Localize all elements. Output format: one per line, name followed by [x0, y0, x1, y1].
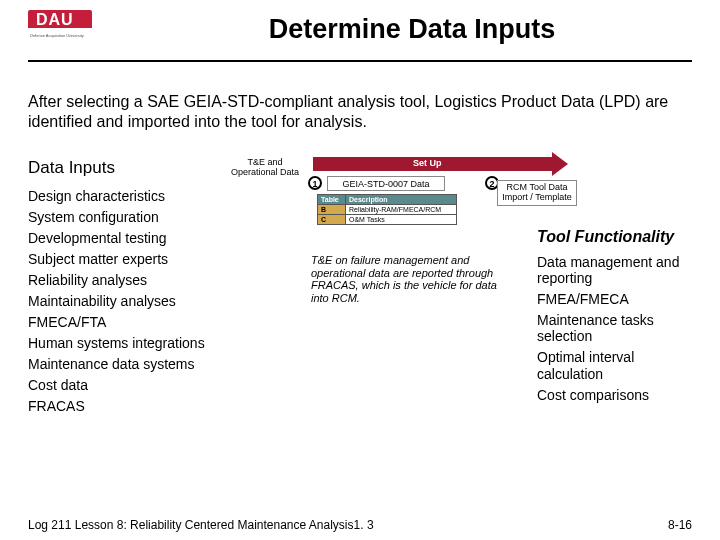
left-column: Data Inputs Design characteristics Syste…: [28, 158, 233, 419]
right-column: Tool Functionality Data management and r…: [537, 228, 692, 419]
diagram-column: T&E and Operational Data Set Up 1 GEIA-S…: [233, 158, 537, 419]
arrow-head-icon: [552, 152, 568, 176]
tool-functionality-list: Data management and reporting FMEA/FMECA…: [537, 254, 692, 403]
slide-page: Determine Data Inputs After selecting a …: [0, 0, 720, 540]
table-row: Table Description: [318, 195, 457, 205]
geia-std-box: GEIA-STD-0007 Data: [327, 176, 445, 191]
list-item: Maintenance tasks selection: [537, 312, 692, 344]
list-item: Optimal interval calculation: [537, 349, 692, 381]
list-item: FMECA/FTA: [28, 314, 233, 330]
header-row: Determine Data Inputs: [28, 10, 692, 60]
table-header-cell: Table: [318, 195, 346, 205]
list-item: Cost comparisons: [537, 387, 692, 403]
list-item: Data management and reporting: [537, 254, 692, 286]
dau-logo: [28, 10, 92, 36]
list-item: Maintenance data systems: [28, 356, 233, 372]
rcm-tool-box: RCM Tool Data Import / Template: [497, 180, 577, 206]
content-row: Data Inputs Design characteristics Syste…: [28, 158, 692, 419]
footer-left: Log 211 Lesson 8: Reliability Centered M…: [28, 518, 374, 532]
intro-paragraph: After selecting a SAE GEIA-STD-compliant…: [28, 92, 692, 132]
list-item: FRACAS: [28, 398, 233, 414]
tool-functionality-heading: Tool Functionality: [537, 228, 692, 246]
diagram-description: T&E on failure management and operationa…: [311, 254, 511, 305]
table-cell: Reliability-RAM/FMECA/RCM: [346, 205, 457, 215]
list-item: System configuration: [28, 209, 233, 225]
table-header-cell: Description: [346, 195, 457, 205]
data-inputs-list: Design characteristics System configurat…: [28, 188, 233, 414]
table-cell: C: [318, 215, 346, 225]
page-title: Determine Data Inputs: [92, 10, 692, 45]
list-item: Design characteristics: [28, 188, 233, 204]
step-1-number: 1: [308, 176, 322, 190]
list-item: Cost data: [28, 377, 233, 393]
footer-right: 8-16: [668, 518, 692, 532]
data-inputs-heading: Data Inputs: [28, 158, 233, 178]
title-divider: [28, 60, 692, 62]
list-item: Human systems integrations: [28, 335, 233, 351]
table-cell: O&M Tasks: [346, 215, 457, 225]
list-item: Reliability analyses: [28, 272, 233, 288]
footer: Log 211 Lesson 8: Reliability Centered M…: [28, 518, 692, 532]
list-item: Developmental testing: [28, 230, 233, 246]
list-item: Maintainability analyses: [28, 293, 233, 309]
table-row: C O&M Tasks: [318, 215, 457, 225]
setup-arrow: Set Up: [313, 154, 568, 174]
mini-table: Table Description B Reliability-RAM/FMEC…: [317, 194, 457, 225]
list-item: Subject matter experts: [28, 251, 233, 267]
table-row: B Reliability-RAM/FMECA/RCM: [318, 205, 457, 215]
list-item: FMEA/FMECA: [537, 291, 692, 307]
table-cell: B: [318, 205, 346, 215]
arrow-label: Set Up: [413, 158, 442, 168]
te-data-label: T&E and Operational Data: [225, 158, 305, 178]
